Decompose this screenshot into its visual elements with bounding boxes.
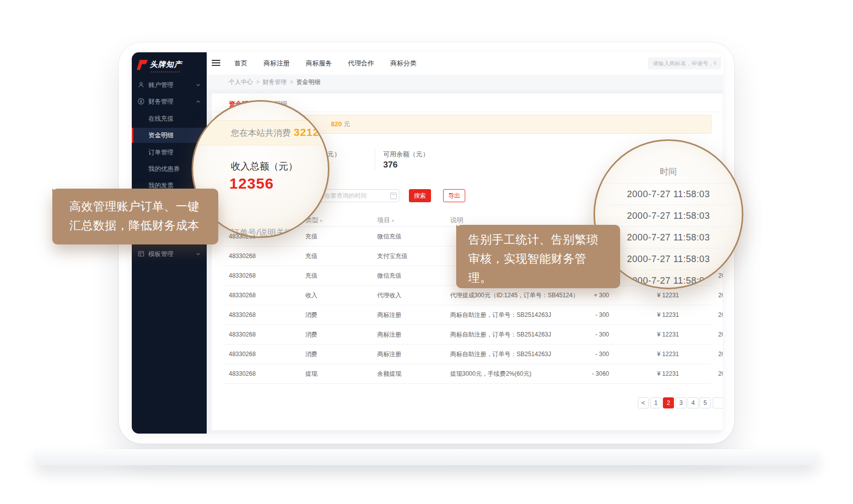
pagination-page-4[interactable]: 4 (688, 397, 699, 408)
sidebar-item-label: 订单管理 (148, 145, 174, 160)
nav-item-3[interactable]: 代理合作 (348, 52, 374, 74)
sidebar-item-label: 我的优惠券 (148, 161, 180, 177)
callout-right: 告别手工统计、告别繁琐 审核，实现智能财务管 理。 (456, 225, 620, 288)
cell-amount: + 300 (559, 292, 609, 299)
magnified-income-label: 收入总额（元） (231, 160, 298, 173)
magnified-time-header: 时间 (610, 166, 727, 178)
sidebar-item-funds-detail[interactable]: 资金明细 (132, 128, 207, 143)
nav-item-1[interactable]: 商标注册 (264, 52, 290, 74)
nav-item-2[interactable]: 商标服务 (306, 52, 332, 74)
magnified-time-rows: 2000-7-27 11:58:032000-7-27 11:58:032000… (604, 184, 733, 289)
top-nav: 首页商标注册商标服务代理合作商标分类 (234, 52, 433, 74)
pagination: <12345 (212, 397, 723, 408)
calendar-icon[interactable] (390, 193, 397, 199)
cell-balance: ¥ 12231 (634, 331, 679, 339)
template-icon (137, 250, 145, 258)
callout-left: 高效管理账户订单、一键 汇总数据，降低财务成本 (52, 189, 218, 244)
search-input[interactable] (648, 57, 721, 69)
breadcrumb: 个人中心>财务管理>资金明细 (229, 74, 320, 90)
chevron-up-icon (195, 99, 201, 105)
cell-order: 48330268 (229, 331, 255, 339)
breadcrumb-separator: > (256, 78, 260, 86)
cell-project: 微信充值 (377, 272, 401, 280)
cell-time: 2000-7-27 11:58:03 (718, 311, 723, 319)
cell-balance: ¥ 12231 (634, 292, 679, 299)
cell-amount: - 300 (559, 311, 609, 319)
user-icon (137, 81, 145, 89)
cell-project: 微信充值 (377, 233, 401, 240)
pagination-page-2[interactable]: 2 (663, 397, 674, 408)
sidebar-item-label: 财务管理 (148, 94, 174, 109)
sidebar-item-label: 模板管理 (148, 246, 174, 262)
cell-order: 48330268 (229, 253, 255, 260)
pagination-next-button[interactable] (713, 397, 723, 408)
cell-time: 2000-7-27 11:58:03 (718, 292, 723, 299)
magnified-consumption-text: 您在本站共消费32124 (231, 126, 325, 139)
cell-order: 48330268 (229, 311, 255, 319)
breadcrumb-separator: > (290, 78, 293, 86)
available-balance-value: 376 (383, 160, 397, 170)
pagination-prev-button[interactable]: < (638, 397, 649, 408)
sidebar-item-account-management[interactable]: 账户管理 (132, 77, 207, 93)
table-row: 48330268消费商标注册商标自助注册，订单号：SB2514263J- 300… (212, 345, 723, 364)
cell-project: 余额提现 (377, 370, 401, 378)
cell-desc: 提现3000元，手续费2%(60元) (450, 370, 531, 378)
cell-order: 48330268 (229, 370, 255, 378)
cell-type: 充值 (305, 233, 317, 240)
sidebar-item-label: 资金明细 (148, 128, 174, 143)
sidebar-item-finance-management[interactable]: 财务管理 (132, 94, 207, 109)
pagination-page-3[interactable]: 3 (675, 397, 687, 408)
search-button[interactable]: 搜索 (409, 189, 431, 202)
banner-tail: 820 元 (331, 115, 350, 133)
pagination-page-1[interactable]: 1 (650, 397, 661, 408)
cell-type: 充值 (305, 272, 317, 280)
cell-time: 2000-7-27 11:58:03 (718, 272, 723, 280)
cell-amount: - 3060 (559, 370, 609, 378)
sidebar-item-template-management[interactable]: 模板管理 (132, 246, 207, 262)
cell-order: 48330268 (229, 351, 255, 358)
table-row: 48330268消费商标注册商标自助注册，订单号：SB2514263J- 300… (212, 325, 723, 345)
nav-item-0[interactable]: 首页 (234, 52, 247, 74)
breadcrumb-bar: 个人中心>财务管理>资金明细 (207, 74, 723, 90)
breadcrumb-item-0[interactable]: 个人中心 (229, 78, 253, 86)
cell-time: 2000-7-27 11:58:03 (718, 351, 723, 358)
cell-type: 提现 (305, 370, 317, 378)
breadcrumb-item-1[interactable]: 财务管理 (263, 78, 287, 86)
laptop-base (34, 449, 819, 465)
available-balance-label: 可用余额（元） (383, 150, 429, 159)
nav-item-4[interactable]: 商标分类 (390, 52, 416, 74)
cell-time: 2000-7-27 11:58:03 (718, 370, 723, 378)
cell-order: 48330268 (229, 272, 255, 280)
cell-project: 代理收入 (377, 292, 401, 299)
cell-project: 支付宝充值 (377, 253, 407, 260)
magnified-time-row: 2000-7-27 11:58:03 (604, 205, 733, 227)
breadcrumb-item-2: 资金明细 (296, 78, 320, 86)
magnified-time-row: 2000-7-27 11:58:03 (604, 184, 733, 205)
cell-project: 商标注册 (377, 331, 401, 339)
cell-balance: ¥ 12231 (634, 370, 679, 378)
banner-tail-amount: 820 (331, 120, 342, 128)
cell-desc: 商标自助注册，订单号：SB2514263J (450, 331, 551, 339)
sidebar-item-label: 账户管理 (148, 77, 174, 93)
cell-type: 收入 (305, 292, 317, 299)
table-row: 48330268消费商标注册商标自助注册，订单号：SB2514263J- 300… (212, 305, 723, 325)
magnified-income-value: 12356 (229, 175, 274, 192)
sidebar-item-online-recharge[interactable]: 在线充值 (132, 111, 207, 126)
magnified-time-row: 2000-7-27 11:58:03 (604, 227, 733, 248)
export-button[interactable]: 导出 (443, 189, 465, 202)
sort-caret-icon: ▾ (320, 218, 322, 223)
cell-type: 消费 (305, 331, 317, 339)
cell-amount: - 300 (559, 351, 609, 358)
cell-balance: ¥ 12231 (634, 351, 679, 358)
col-header-project[interactable]: 项目▾ (377, 214, 394, 227)
brand-tagline-dots (151, 71, 180, 72)
hamburger-menu-icon[interactable] (212, 60, 220, 66)
table-row: 48330268提现余额提现提现3000元，手续费2%(60元)- 3060¥ … (212, 364, 723, 384)
cell-type: 消费 (305, 351, 317, 358)
cell-order: 48330268 (229, 292, 255, 299)
chevron-down-icon (195, 82, 201, 88)
stat-divider (375, 148, 375, 170)
finance-icon (137, 98, 145, 105)
pagination-page-5[interactable]: 5 (700, 397, 711, 408)
cell-type: 消费 (305, 311, 317, 319)
